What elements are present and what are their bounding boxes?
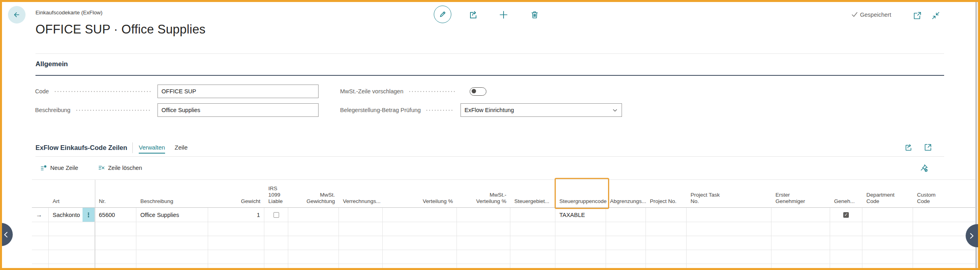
edit-button[interactable]	[434, 6, 451, 23]
cell-project_task_no[interactable]	[687, 264, 771, 268]
column-header-gewicht[interactable]: Gewicht	[208, 180, 264, 207]
cell-gewicht[interactable]	[208, 236, 264, 250]
cell-abgrenzungs[interactable]	[606, 250, 646, 264]
cell-department_code[interactable]	[862, 264, 913, 268]
cell-mwst_verteilung[interactable]	[457, 250, 510, 264]
cell-abgrenzungs[interactable]	[606, 222, 646, 236]
cell-steuergruppencode[interactable]	[555, 264, 606, 268]
cell-geneh[interactable]	[830, 236, 862, 250]
cell-nr[interactable]	[95, 250, 136, 264]
column-header-steuergebiet[interactable]: Steuergebiet...	[510, 180, 555, 207]
cell-geneh[interactable]	[830, 250, 862, 264]
cell-project_task_no[interactable]	[687, 222, 771, 236]
cell-irs1099[interactable]	[264, 208, 288, 222]
cell-irs1099[interactable]	[264, 264, 288, 268]
cell-mwst_gewichtung[interactable]	[288, 208, 339, 222]
cell-nr[interactable]: 65600	[95, 208, 136, 222]
description-field[interactable]: Office Supplies	[157, 103, 319, 117]
cell-steuergebiet[interactable]	[510, 236, 555, 250]
cell-gewicht[interactable]: 1	[208, 208, 264, 222]
cell-beschreibung[interactable]: Office Supplies	[136, 208, 208, 222]
cell-verrechnungs[interactable]	[339, 208, 383, 222]
open-in-window-button[interactable]	[912, 10, 923, 21]
cell-department_code[interactable]	[862, 236, 913, 250]
cell-gewicht[interactable]	[208, 264, 264, 268]
delete-button[interactable]	[529, 10, 540, 20]
back-button[interactable]	[8, 6, 26, 24]
cell-erster_genehmiger[interactable]	[771, 250, 830, 264]
table-row-empty[interactable]	[32, 250, 975, 264]
cell-project_task_no[interactable]	[687, 208, 771, 222]
cell-erster_genehmiger[interactable]	[771, 222, 830, 236]
cell-mwst_gewichtung[interactable]	[288, 250, 339, 264]
cell-custom_code[interactable]	[913, 208, 975, 222]
cell-erster_genehmiger[interactable]	[771, 208, 830, 222]
cell-mwst_gewichtung[interactable]	[288, 264, 339, 268]
cell-custom_code[interactable]	[913, 264, 975, 268]
cell-project_no[interactable]	[646, 264, 687, 268]
section-title-allgemein[interactable]: Allgemein	[35, 60, 68, 68]
column-header-project_task_no[interactable]: Project Task No.	[687, 180, 771, 207]
table-row-empty[interactable]	[32, 236, 975, 250]
cell-beschreibung[interactable]	[136, 236, 208, 250]
column-header-irs1099[interactable]: IRS 1099 Liable	[264, 180, 288, 207]
cell-mwst_gewichtung[interactable]	[288, 236, 339, 250]
cell-abgrenzungs[interactable]	[606, 208, 646, 222]
cell-erster_genehmiger[interactable]	[771, 264, 830, 268]
cell-steuergruppencode[interactable]	[555, 250, 606, 264]
cell-beschreibung[interactable]	[136, 264, 208, 268]
cell-art[interactable]	[49, 222, 95, 236]
column-header-project_no[interactable]: Project No.	[646, 180, 687, 207]
irs1099-checkbox[interactable]	[274, 212, 279, 218]
delete-line-button[interactable]: Zeile löschen	[98, 164, 142, 171]
cell-steuergebiet[interactable]	[510, 264, 555, 268]
share-button[interactable]	[468, 10, 479, 20]
lines-expand-button[interactable]	[923, 142, 933, 152]
cell-verteilung[interactable]	[383, 250, 457, 264]
cell-abgrenzungs[interactable]	[606, 236, 646, 250]
cell-gewicht[interactable]	[208, 222, 264, 236]
cell-nr[interactable]	[95, 264, 136, 268]
cell-art[interactable]	[49, 250, 95, 264]
cell-nr[interactable]	[95, 236, 136, 250]
cell-custom_code[interactable]	[913, 250, 975, 264]
cell-irs1099[interactable]	[264, 250, 288, 264]
cell-verrechnungs[interactable]	[339, 250, 383, 264]
cell-project_task_no[interactable]	[687, 236, 771, 250]
cell-geneh[interactable]	[830, 208, 862, 222]
cell-geneh[interactable]	[830, 264, 862, 268]
column-header-verteilung[interactable]: Verteilung %	[383, 180, 457, 207]
suggest-vat-toggle[interactable]	[470, 87, 486, 96]
cell-beschreibung[interactable]	[136, 250, 208, 264]
geneh-checkbox[interactable]	[843, 212, 849, 218]
unpin-button[interactable]	[919, 163, 929, 173]
cell-verteilung[interactable]	[383, 222, 457, 236]
cell-project_no[interactable]	[646, 222, 687, 236]
cell-project_no[interactable]	[646, 236, 687, 250]
cell-verrechnungs[interactable]	[339, 222, 383, 236]
cell-irs1099[interactable]	[264, 222, 288, 236]
cell-mwst_verteilung[interactable]	[457, 208, 510, 222]
cell-project_task_no[interactable]	[687, 250, 771, 264]
column-header-department_code[interactable]: Department Code	[862, 180, 913, 207]
cell-steuergebiet[interactable]	[510, 208, 555, 222]
cell-verteilung[interactable]	[383, 264, 457, 268]
cell-nr[interactable]	[95, 222, 136, 236]
column-header-erster_genehmiger[interactable]: Erster Genehmiger	[771, 180, 830, 207]
collapse-button[interactable]	[931, 10, 941, 21]
cell-steuergebiet[interactable]	[510, 222, 555, 236]
new-line-button[interactable]: Neue Zeile	[40, 164, 78, 171]
column-header-mwst_verteilung[interactable]: MwSt.-Verteilung %	[457, 180, 510, 207]
cell-gewicht[interactable]	[208, 250, 264, 264]
cell-department_code[interactable]	[862, 222, 913, 236]
cell-verrechnungs[interactable]	[339, 264, 383, 268]
cell-mwst_verteilung[interactable]	[457, 236, 510, 250]
cell-department_code[interactable]	[862, 250, 913, 264]
cell-abgrenzungs[interactable]	[606, 264, 646, 268]
cell-steuergebiet[interactable]	[510, 250, 555, 264]
table-row[interactable]: Sachkonto65600Office Supplies1TAXABLE	[32, 208, 975, 222]
cell-project_no[interactable]	[646, 250, 687, 264]
cell-project_no[interactable]	[646, 208, 687, 222]
cell-steuergruppencode[interactable]	[555, 222, 606, 236]
cell-steuergruppencode[interactable]: TAXABLE	[555, 208, 606, 222]
